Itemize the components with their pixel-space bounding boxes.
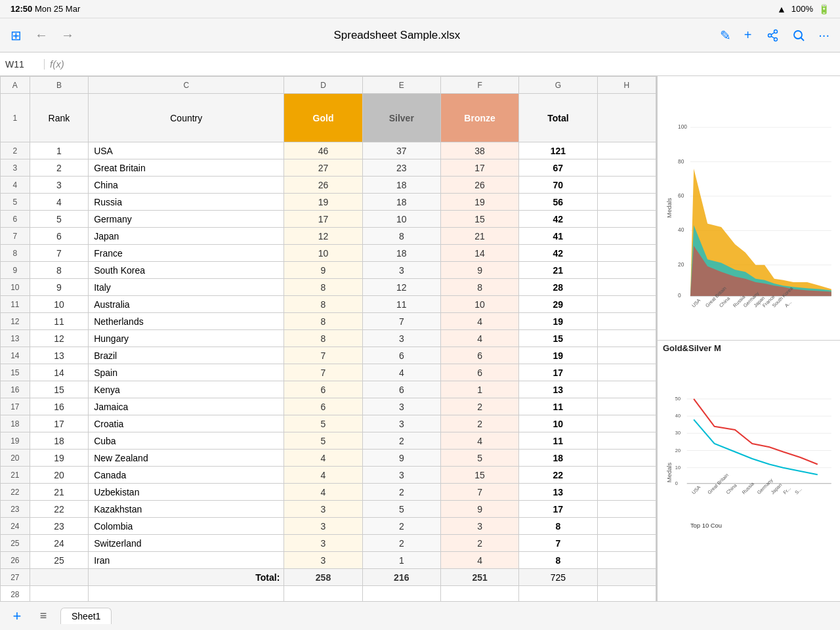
table-row: 9 8 South Korea 9 3 9 21 bbox=[1, 262, 656, 279]
bronze-cell: 1 bbox=[440, 381, 518, 398]
extra-cell bbox=[597, 296, 656, 313]
extra-cell bbox=[597, 552, 656, 569]
silver-cell: 5 bbox=[362, 501, 440, 518]
silver-header: Silver bbox=[362, 94, 440, 142]
svg-line-4 bbox=[772, 36, 775, 38]
row-num-26: 26 bbox=[1, 552, 30, 569]
rank-cell: 18 bbox=[30, 432, 88, 450]
silver-cell: 3 bbox=[362, 467, 440, 484]
edit-button[interactable]: ✎ bbox=[717, 25, 734, 46]
extra-cell bbox=[597, 262, 656, 279]
total-cell: 17 bbox=[519, 501, 597, 518]
sheet-menu-button[interactable]: ≡ bbox=[34, 607, 52, 625]
table-row: 12 11 Netherlands 8 7 4 19 bbox=[1, 313, 656, 330]
gold-cell: 8 bbox=[284, 313, 362, 330]
redo-button[interactable]: → bbox=[58, 25, 77, 45]
silver-cell: 10 bbox=[362, 211, 440, 228]
extra-cell bbox=[597, 484, 656, 501]
gold-line bbox=[694, 398, 818, 464]
gold-cell: 4 bbox=[284, 450, 362, 467]
row-num-22: 22 bbox=[1, 484, 30, 501]
total-cell: 19 bbox=[519, 347, 597, 364]
svg-point-1 bbox=[774, 30, 778, 33]
extra-cell bbox=[597, 398, 656, 415]
bronze-cell: 14 bbox=[440, 245, 518, 262]
row-num-7: 7 bbox=[1, 228, 30, 245]
table-row: 19 18 Cuba 5 2 4 11 bbox=[1, 432, 656, 450]
col-header-b: B bbox=[30, 77, 88, 94]
y-tick-0: 0 bbox=[678, 292, 681, 299]
chart2-y-label: Medals bbox=[665, 462, 673, 482]
row-num-6: 6 bbox=[1, 211, 30, 228]
rank-cell: 19 bbox=[30, 450, 88, 467]
silver-cell: 11 bbox=[362, 296, 440, 313]
empty-row: 28 bbox=[1, 586, 656, 602]
bronze-cell: 21 bbox=[440, 228, 518, 245]
search-icon bbox=[792, 29, 805, 42]
extra-cell bbox=[597, 467, 656, 484]
undo-button[interactable]: ← bbox=[32, 25, 51, 45]
extra-cell bbox=[597, 432, 656, 450]
table-row: 22 21 Uzbekistan 4 2 7 13 bbox=[1, 484, 656, 501]
row-num-15: 15 bbox=[1, 364, 30, 381]
document-title: Spreadsheet Sample.xlsx bbox=[333, 29, 460, 42]
bronze-cell: 9 bbox=[440, 501, 518, 518]
row-num-18: 18 bbox=[1, 415, 30, 432]
search-button[interactable] bbox=[789, 26, 808, 45]
gold-cell: 6 bbox=[284, 398, 362, 415]
country-cell: Iran bbox=[89, 552, 284, 569]
svg-text:Japan: Japan bbox=[770, 482, 783, 495]
gold-cell: 5 bbox=[284, 432, 362, 450]
sheet1-tab[interactable]: Sheet1 bbox=[60, 608, 112, 624]
row-num-3: 3 bbox=[1, 159, 30, 177]
country-cell: New Zealand bbox=[89, 450, 284, 467]
table-body: 2 1 USA 46 37 38 121 3 2 Great Britain 2… bbox=[1, 142, 656, 602]
rank-cell: 21 bbox=[30, 484, 88, 501]
rank-cell: 23 bbox=[30, 518, 88, 535]
silver-cell: 6 bbox=[362, 381, 440, 398]
silver-cell: 18 bbox=[362, 194, 440, 211]
toolbar-right: ✎ + ··· bbox=[717, 25, 832, 46]
add-sheet-button[interactable]: + bbox=[8, 607, 26, 625]
bronze-cell: 6 bbox=[440, 347, 518, 364]
silver-cell: 9 bbox=[362, 450, 440, 467]
total-cell: 7 bbox=[519, 535, 597, 552]
bronze-cell: 19 bbox=[440, 194, 518, 211]
rank-cell: 17 bbox=[30, 415, 88, 432]
col-header-f: F bbox=[440, 77, 518, 94]
bronze-cell: 10 bbox=[440, 296, 518, 313]
total-cell: 11 bbox=[519, 432, 597, 450]
bronze-cell: 26 bbox=[440, 177, 518, 194]
add-button[interactable]: + bbox=[742, 25, 755, 45]
silver-cell: 18 bbox=[362, 245, 440, 262]
table-row: 21 20 Canada 4 3 15 22 bbox=[1, 467, 656, 484]
home-button[interactable]: ⊞ bbox=[8, 25, 24, 46]
svg-text:Russia: Russia bbox=[741, 480, 756, 495]
country-cell: Australia bbox=[89, 296, 284, 313]
total-cell: 29 bbox=[519, 296, 597, 313]
extra-cell bbox=[597, 450, 656, 467]
tab-bar: + ≡ Sheet1 bbox=[0, 601, 840, 630]
bronze-cell: 6 bbox=[440, 364, 518, 381]
rank-cell: 22 bbox=[30, 501, 88, 518]
y-tick-60: 60 bbox=[678, 192, 684, 199]
total-total: 725 bbox=[519, 569, 597, 586]
row-num-16: 16 bbox=[1, 381, 30, 398]
area-chart-box: Medals 100 80 60 40 20 0 bbox=[658, 76, 840, 341]
y-axis-label: Medals bbox=[665, 198, 673, 218]
table-row: 18 17 Croatia 5 3 2 10 bbox=[1, 415, 656, 432]
share-button[interactable] bbox=[762, 26, 782, 45]
extra-cell bbox=[597, 245, 656, 262]
table-row: 4 3 China 26 18 26 70 bbox=[1, 177, 656, 194]
col-header-e: E bbox=[362, 77, 440, 94]
total-cell: 13 bbox=[519, 381, 597, 398]
country-cell: Germany bbox=[89, 211, 284, 228]
fx-label: f(x) bbox=[50, 58, 64, 70]
row-num-total: 27 bbox=[1, 569, 30, 586]
silver-cell: 3 bbox=[362, 415, 440, 432]
extra-cell bbox=[597, 228, 656, 245]
table-row: 5 4 Russia 19 18 19 56 bbox=[1, 194, 656, 211]
more-button[interactable]: ··· bbox=[816, 25, 832, 45]
gold-cell: 46 bbox=[284, 142, 362, 159]
country-header: Country bbox=[89, 94, 284, 142]
